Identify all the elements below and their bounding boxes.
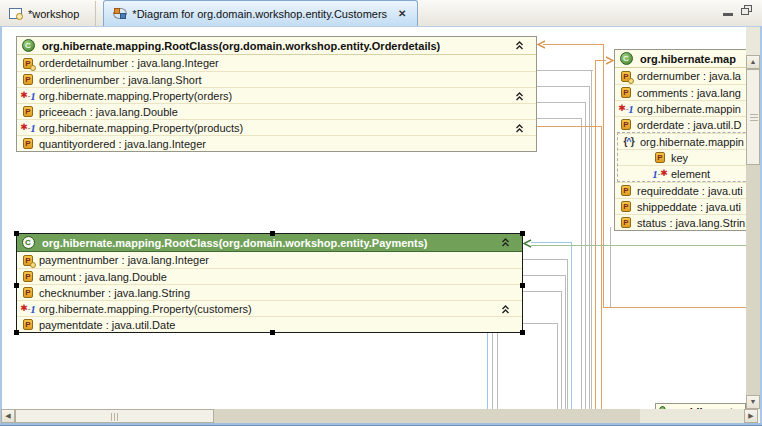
member-label: quantityordered : java.lang.Integer [39, 138, 206, 150]
member-row[interactable]: ✱-1org.hibernate.mapping.Property(orders… [17, 87, 536, 103]
selection-handle[interactable] [270, 330, 275, 335]
member-label: requireddate : java.uti [637, 185, 743, 197]
class-title: org.hibernate.mapping.RootClass(org.doma… [42, 237, 445, 249]
member-label: checknumber : java.lang.String [39, 287, 190, 299]
member-row[interactable]: 1-✱element [618, 165, 746, 181]
vertical-scrollbar-track-shaded[interactable] [746, 165, 760, 395]
arrowhead-icon [537, 40, 546, 49]
arrowhead-icon [605, 56, 614, 65]
member-row[interactable]: Porderdate : java.util.D [615, 116, 746, 132]
member-row[interactable]: ✱-1org.hibernate.mapping.Property(produc… [17, 119, 536, 135]
class-box-orderdetails[interactable]: Corg.hibernate.mapping.RootClass(org.dom… [16, 36, 537, 152]
class-members: Ppaymentnumber : java.lang.IntegerPamoun… [17, 252, 522, 332]
collapse-icon[interactable] [515, 124, 524, 133]
member-row[interactable]: Ppriceeach : java.lang.Double [17, 103, 536, 119]
horizontal-scrollbar-thumb[interactable] [15, 409, 214, 423]
member-label: org.hibernate.mapping.Property(customers… [39, 303, 252, 315]
member-row[interactable]: Porderlinenumber : java.lang.Short [17, 71, 536, 87]
collapse-icon[interactable] [515, 92, 524, 101]
member-row[interactable]: Pkey [618, 149, 746, 165]
vertical-scrollbar-thumb[interactable] [746, 69, 760, 165]
class-header[interactable]: Corg.hibernate.mapping.RootClass(org.dom… [17, 37, 536, 55]
class-members: Pordernumber : java.laPcomments : java.l… [615, 68, 746, 230]
class-icon: C [20, 40, 36, 52]
member-label: paymentdate : java.util.Date [39, 319, 175, 331]
member-label: paymentnumber : java.lang.Integer [39, 254, 209, 266]
one-to-many-icon: 1-✱ [652, 168, 668, 180]
collapse-icon[interactable] [515, 41, 524, 50]
selection-handle[interactable] [520, 231, 525, 236]
class-box-payments[interactable]: Corg.hibernate.mapping.RootClass(org.dom… [16, 233, 523, 333]
selection-handle[interactable] [14, 283, 19, 288]
property-icon: P [20, 319, 36, 331]
scroll-right-icon: ▶ [748, 412, 753, 419]
member-row[interactable]: ✱-1org.hibernate.mapping.Property(custom… [17, 300, 522, 316]
selection-handle[interactable] [14, 231, 19, 236]
eclipse-editor-window: *workshop *Diagram for org.domain.worksh… [0, 0, 762, 426]
member-row[interactable]: {^}org.hibernate.mappin [618, 133, 746, 149]
many-to-one-icon: ✱-1 [20, 90, 36, 102]
member-row[interactable]: Prequireddate : java.uti [615, 182, 746, 198]
scroll-left-icon: ◀ [5, 412, 10, 419]
member-label: shippeddate : java.uti [637, 201, 741, 213]
diagram-canvas[interactable]: Corg.hibernate.mapping.RootClass(org.dom… [2, 27, 746, 409]
view-controls [723, 0, 762, 16]
selection-handle[interactable] [520, 283, 525, 288]
member-row[interactable]: Pamount : java.lang.Double [17, 268, 522, 284]
member-label: element [671, 168, 710, 180]
member-label: ordernumber : java.la [637, 70, 741, 82]
selection-handle[interactable] [520, 330, 525, 335]
property-key-icon: P [20, 254, 36, 266]
class-members: Porderdetailnumber : java.lang.IntegerPo… [17, 55, 536, 151]
collapse-icon[interactable] [501, 238, 510, 247]
member-label: org.hibernate.mapping.Property(products) [39, 122, 243, 134]
collection-icon: {^} [621, 136, 637, 148]
member-row[interactable]: Porderdetailnumber : java.lang.Integer [17, 55, 536, 71]
member-label: org.hibernate.mapping.Property(orders) [39, 90, 232, 102]
class-header[interactable]: Corg.hibernate.map [615, 50, 746, 68]
property-icon: P [20, 74, 36, 86]
member-label: orderlinenumber : java.lang.Short [39, 74, 202, 86]
selection-handle[interactable] [14, 330, 19, 335]
property-key-icon: P [20, 57, 36, 69]
member-row[interactable]: Pstatus : java.lang.Strin [615, 214, 746, 230]
tab-diagram-customers[interactable]: *Diagram for org.domain.workshop.entity.… [103, 0, 418, 26]
member-label: status : java.lang.Strin [637, 217, 745, 229]
tab-label: *Diagram for org.domain.workshop.entity.… [132, 8, 387, 20]
tab-workshop[interactable]: *workshop [0, 1, 96, 26]
editor-tab-bar: *workshop *Diagram for org.domain.worksh… [0, 0, 762, 27]
property-icon: P [20, 287, 36, 299]
property-icon: P [20, 138, 36, 150]
member-row[interactable]: Pordernumber : java.la [615, 68, 746, 84]
restore-icon[interactable] [741, 5, 752, 15]
class-header[interactable]: Corg.hibernate.mapping.RootClass(org.dom… [17, 234, 522, 252]
property-icon: P [618, 119, 634, 131]
close-tab-icon[interactable]: ✕ [396, 8, 408, 19]
member-label: orderdate : java.util.D [637, 119, 742, 131]
property-icon: P [20, 271, 36, 283]
member-row[interactable]: Pchecknumber : java.lang.String [17, 284, 522, 300]
scroll-down-button[interactable]: ▼ [746, 395, 760, 409]
selection-handle[interactable] [270, 231, 275, 236]
member-row[interactable]: Pquantityordered : java.lang.Integer [17, 135, 536, 151]
member-row[interactable]: Ppaymentnumber : java.lang.Integer [17, 252, 522, 268]
class-title: org.hibernate.map [640, 53, 746, 65]
member-label: comments : java.lang [637, 87, 741, 99]
member-label: key [671, 152, 688, 164]
minimize-icon[interactable] [723, 5, 733, 16]
scroll-up-button[interactable]: ▲ [746, 55, 760, 69]
member-row[interactable]: ✱-1org.hibernate.mappin [615, 100, 746, 116]
property-icon: P [652, 152, 668, 164]
collection-group: {^}org.hibernate.mappinPkey1-✱element [617, 132, 746, 182]
member-row[interactable]: Pshippeddate : java.uti [615, 198, 746, 214]
class-title: org.hibernate.mapping.RootClass(org.doma… [42, 40, 458, 52]
property-icon: P [618, 185, 634, 197]
property-icon: P [20, 106, 36, 118]
class-box-orders[interactable]: Corg.hibernate.mapPordernumber : java.la… [614, 49, 746, 231]
scroll-right-button[interactable]: ▶ [744, 409, 758, 423]
scroll-left-button[interactable]: ◀ [1, 409, 15, 423]
collapse-icon[interactable] [501, 305, 510, 314]
horizontal-scrollbar-track-shaded[interactable] [214, 409, 640, 423]
member-row[interactable]: Pcomments : java.lang [615, 84, 746, 100]
tab-label: *workshop [28, 8, 79, 20]
